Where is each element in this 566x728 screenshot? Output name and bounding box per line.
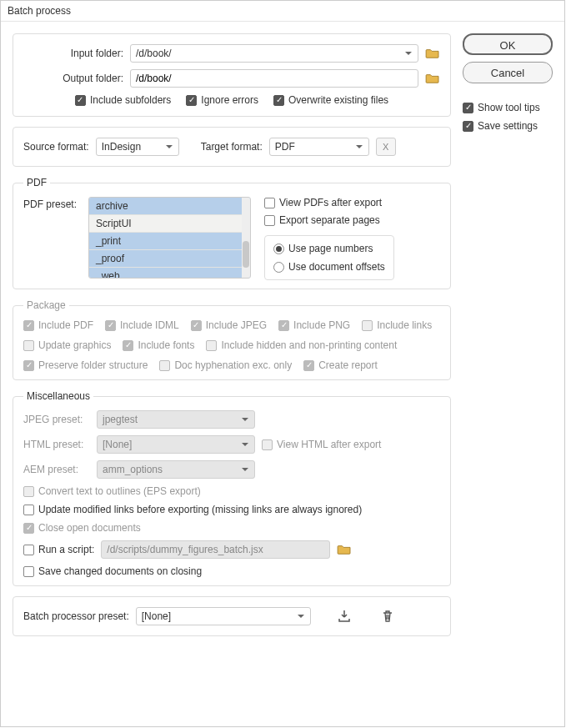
view-html-checkbox: View HTML after export [262,439,381,450]
list-item[interactable]: archive [89,198,250,215]
pdf-legend: PDF [23,177,50,188]
formats-panel: Source format: InDesign Target format: P… [13,127,451,167]
cancel-button[interactable]: Cancel [463,62,553,83]
html-preset-combo: [None] [97,435,255,454]
include-fonts-checkbox: Include fonts [123,339,194,351]
clear-format-button[interactable]: X [376,138,396,156]
include-png-checkbox: Include PNG [278,319,350,331]
update-links-checkbox[interactable]: Update modified links before exporting (… [23,504,362,515]
target-format-label: Target format: [201,141,263,153]
browse-script-icon[interactable] [337,544,352,555]
doc-hyphenation-checkbox: Doc hyphenation exc. only [159,359,292,371]
input-folder-combo[interactable]: /d/book/ [130,44,418,63]
list-item[interactable]: _proof [89,250,250,268]
listbox-scrollbar[interactable] [242,198,250,278]
pdf-preset-listbox[interactable]: archive ScriptUI _print _proof _web [88,197,251,279]
ok-button[interactable]: OK [463,33,553,55]
include-jpeg-checkbox: Include JPEG [191,319,267,331]
ignore-errors-checkbox[interactable]: Ignore errors [186,94,258,106]
aem-preset-label: AEM preset: [23,464,90,475]
jpeg-preset-label: JPEG preset: [23,414,90,425]
misc-fieldset: Miscellaneous JPEG preset: jpegtest HTML… [13,390,451,586]
include-hidden-checkbox: Include hidden and non-printing content [206,339,397,351]
show-tooltips-checkbox[interactable]: Show tool tips [463,102,553,113]
browse-input-folder-icon[interactable] [425,48,440,59]
save-settings-checkbox[interactable]: Save settings [463,120,553,132]
delete-preset-icon[interactable] [378,607,398,625]
include-subfolders-checkbox[interactable]: Include subfolders [75,94,171,106]
batch-preset-panel: Batch processor preset: [None] [13,596,451,636]
use-page-numbers-radio[interactable]: Use page numbers [273,243,385,254]
output-folder-label: Output folder: [23,73,123,84]
target-format-combo[interactable]: PDF [269,138,369,156]
input-folder-label: Input folder: [23,48,123,59]
save-changed-checkbox[interactable]: Save changed documents on closing [23,565,202,577]
browse-output-folder-icon[interactable] [425,73,440,84]
folders-panel: Input folder: /d/book/ Output folder: In… [13,33,451,117]
list-item[interactable]: _print [89,233,250,250]
include-idml-checkbox: Include IDML [105,319,179,331]
package-fieldset: Package Include PDF Include IDML Include… [13,299,451,380]
update-graphics-checkbox: Update graphics [23,339,111,351]
html-preset-label: HTML preset: [23,439,90,450]
list-item[interactable]: _web [89,268,250,279]
create-report-checkbox: Create report [303,359,378,371]
save-preset-icon[interactable] [334,607,354,625]
batch-preset-combo[interactable]: [None] [136,607,311,625]
pdf-preset-label: PDF preset: [23,197,82,210]
close-docs-checkbox: Close open documents [23,522,141,534]
script-path-input [101,540,330,559]
output-folder-input[interactable] [130,69,418,88]
batch-preset-label: Batch processor preset: [23,610,129,622]
list-item[interactable]: ScriptUI [89,215,250,233]
include-links-checkbox: Include links [362,319,432,331]
view-pdfs-checkbox[interactable]: View PDFs after export [264,197,394,208]
overwrite-checkbox[interactable]: Overwrite existing files [273,94,388,106]
use-doc-offsets-radio[interactable]: Use document offsets [273,261,385,273]
aem-preset-combo: amm_options [97,460,255,479]
export-separate-checkbox[interactable]: Export separate pages [264,214,394,226]
run-script-checkbox[interactable]: Run a script: [23,544,94,555]
include-pdf-checkbox: Include PDF [23,319,93,331]
pdf-fieldset: PDF PDF preset: archive ScriptUI _print … [13,177,451,289]
source-format-label: Source format: [23,141,89,153]
misc-legend: Miscellaneous [23,390,93,402]
jpeg-preset-combo: jpegtest [97,410,255,429]
source-format-combo[interactable]: InDesign [96,138,179,156]
preserve-folder-checkbox: Preserve folder structure [23,359,148,371]
window-title: Batch process [1,1,564,22]
package-legend: Package [23,299,69,311]
convert-text-checkbox: Convert text to outlines (EPS export) [23,485,201,497]
